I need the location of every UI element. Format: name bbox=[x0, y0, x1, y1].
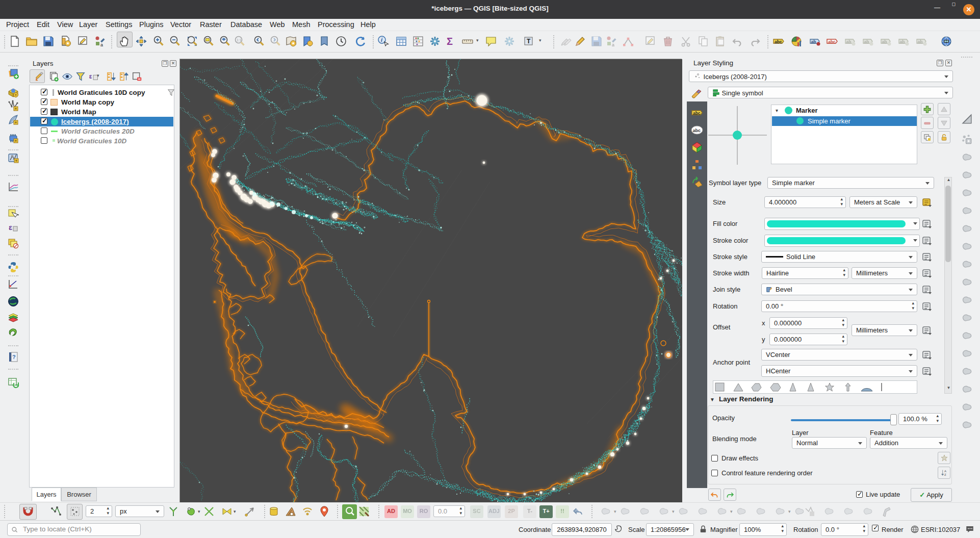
svg-text:1:1: 1:1 bbox=[237, 38, 242, 42]
svg-text:ab: ab bbox=[882, 39, 887, 44]
svg-text:?: ? bbox=[12, 354, 16, 360]
svg-text:A: A bbox=[944, 470, 946, 473]
svg-text:abc: abc bbox=[693, 111, 701, 116]
svg-text:a: a bbox=[100, 42, 103, 47]
svg-text:abc: abc bbox=[775, 39, 782, 44]
svg-text:abc: abc bbox=[828, 39, 836, 44]
svg-text:Σ: Σ bbox=[447, 36, 453, 47]
svg-text:ab: ab bbox=[811, 39, 816, 44]
svg-text:Z: Z bbox=[944, 473, 946, 476]
svg-text:ab: ab bbox=[846, 39, 852, 44]
svg-text:a: a bbox=[612, 42, 614, 47]
svg-text:ab: ab bbox=[918, 39, 923, 44]
svg-text:ε: ε bbox=[89, 73, 92, 80]
svg-text:ε: ε bbox=[9, 223, 12, 232]
svg-text:abc: abc bbox=[693, 128, 701, 133]
svg-text:T: T bbox=[527, 38, 531, 45]
svg-text:ab: ab bbox=[864, 39, 869, 44]
svg-text:ab: ab bbox=[900, 39, 905, 44]
